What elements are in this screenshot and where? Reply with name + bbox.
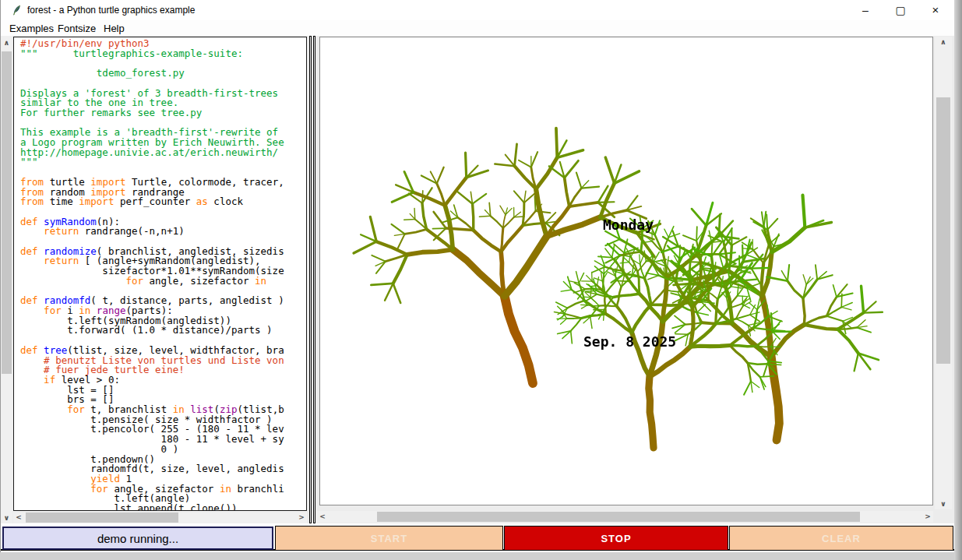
- window-title: forest - a Python turtle graphics exampl…: [27, 5, 195, 16]
- start-button[interactable]: START: [275, 526, 503, 551]
- minimize-icon[interactable]: –: [848, 0, 883, 20]
- scroll-down-icon[interactable]: ∨: [1, 512, 12, 523]
- canvas-hscroll-thumb[interactable]: [377, 512, 860, 522]
- code-line: lst.append(t.clone()): [20, 504, 306, 511]
- demo-control-bar: demo running... START STOP CLEAR: [1, 526, 955, 551]
- scroll-right-icon[interactable]: >: [296, 512, 307, 523]
- code-line: """ turtlegraphics-example-suite:: [20, 49, 306, 59]
- menu-help[interactable]: Help: [101, 22, 127, 35]
- sash-bar[interactable]: [309, 36, 312, 523]
- clear-button[interactable]: CLEAR: [729, 526, 953, 551]
- code-line: For further remarks see tree.py: [20, 108, 306, 118]
- code-line: tdemo_forest.py: [20, 69, 306, 79]
- canvas-horizontal-scrollbar[interactable]: < >: [317, 511, 933, 523]
- canvas-vertical-scrollbar[interactable]: ∧ ∨: [935, 37, 952, 509]
- scroll-down-icon[interactable]: ∨: [935, 498, 952, 509]
- scroll-left-icon[interactable]: <: [317, 511, 328, 523]
- maximize-icon[interactable]: ▢: [883, 0, 918, 20]
- editor-hscroll-thumb[interactable]: [26, 512, 178, 523]
- title-bar: forest - a Python turtle graphics exampl…: [1, 0, 954, 20]
- editor-vscroll-thumb[interactable]: [2, 51, 12, 374]
- menu-examples[interactable]: Examples: [7, 22, 56, 35]
- code-line: from time import perf_counter as clock: [20, 197, 306, 207]
- editor-horizontal-scrollbar[interactable]: < >: [13, 512, 307, 523]
- menu-fontsize[interactable]: Fontsize: [55, 22, 98, 35]
- scroll-up-icon[interactable]: ∧: [1, 37, 12, 48]
- main-area: ∧ ∨ #!/usr/bin/env python3""" turtlegrap…: [1, 36, 955, 523]
- scroll-right-icon[interactable]: >: [922, 511, 933, 523]
- turtle-canvas: [320, 37, 932, 505]
- code-line: for angle, sizefactor in: [20, 276, 306, 287]
- canvas-vscroll-thumb[interactable]: [936, 97, 950, 364]
- code-line: """: [20, 157, 306, 167]
- menu-bar: Examples Fontsize Help: [1, 20, 954, 36]
- close-icon[interactable]: ×: [918, 0, 953, 20]
- desktop-background: [954, 0, 962, 560]
- code-line: http://homepage.univie.ac.at/erich.neuwi…: [20, 148, 306, 158]
- code-lines: #!/usr/bin/env python3""" turtlegraphics…: [14, 37, 306, 511]
- desktop-background: [0, 552, 954, 560]
- turtle-canvas-frame: [319, 37, 933, 505]
- status-message: demo running...: [2, 527, 273, 550]
- python-logo-icon: [11, 4, 23, 16]
- scroll-left-icon[interactable]: <: [13, 512, 24, 523]
- app-window: forest - a Python turtle graphics exampl…: [0, 0, 954, 552]
- code-line: return randrange(-n,n+1): [20, 227, 306, 237]
- stop-button[interactable]: STOP: [504, 526, 728, 551]
- paned-window-sash[interactable]: [309, 36, 316, 523]
- editor-vertical-scrollbar[interactable]: ∧ ∨: [1, 36, 12, 523]
- sash-bar[interactable]: [313, 36, 315, 523]
- scroll-up-icon[interactable]: ∧: [935, 37, 952, 48]
- code-line: t.forward( (1.0 * distance)/parts ): [20, 326, 306, 336]
- code-editor[interactable]: #!/usr/bin/env python3""" turtlegraphics…: [13, 37, 307, 511]
